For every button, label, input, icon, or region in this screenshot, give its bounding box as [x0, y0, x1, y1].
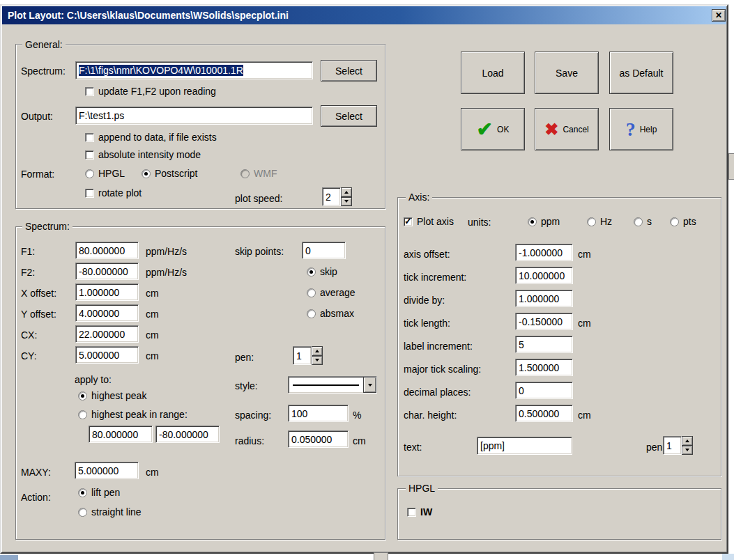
load-button[interactable]: Load — [461, 52, 525, 94]
format-wmf-radio: WMF — [240, 168, 277, 179]
close-button[interactable]: ✕ — [712, 9, 726, 22]
rotate-plot-checkbox[interactable]: rotate plot — [85, 187, 142, 199]
axis-offset-unit: cm — [578, 249, 591, 260]
spacing-input[interactable] — [288, 405, 349, 422]
dropdown-arrow-button[interactable] — [363, 377, 376, 393]
highest-peak-radio[interactable]: highest peak — [78, 390, 146, 401]
f2-input[interactable] — [75, 263, 139, 280]
axis-pen-input[interactable] — [663, 436, 682, 455]
skip-radio[interactable]: skip — [307, 266, 337, 277]
tick-length-input[interactable] — [515, 313, 573, 330]
plot-speed-input[interactable] — [322, 187, 341, 206]
average-radio[interactable]: average — [307, 287, 355, 298]
decimal-places-input[interactable] — [515, 382, 573, 399]
line-style-preview — [293, 384, 359, 386]
units-label: units: — [468, 217, 491, 228]
radio-icon — [142, 169, 151, 178]
update-f1f2-checkbox[interactable]: update F1,F2 upon reading — [85, 86, 216, 97]
output-label: Output: — [21, 111, 53, 122]
help-button-label: Help — [640, 125, 657, 134]
spin-up-button[interactable] — [682, 436, 693, 446]
range-from-input[interactable] — [89, 426, 153, 443]
f1-label: F1: — [21, 246, 35, 257]
y-offset-label: Y offset: — [21, 309, 56, 320]
help-button[interactable]: ? Help — [609, 108, 673, 150]
action-label: Action: — [21, 492, 51, 503]
radio-icon — [307, 288, 316, 297]
f2-label: F2: — [21, 267, 35, 278]
spin-up-button[interactable] — [341, 187, 352, 197]
line-style-dropdown[interactable] — [288, 376, 377, 394]
iw-checkbox[interactable]: IW — [407, 506, 432, 518]
lift-pen-radio[interactable]: lift pen — [78, 487, 120, 498]
f1-unit: ppm/Hz/s — [146, 246, 187, 257]
char-height-unit: cm — [578, 410, 591, 421]
radio-icon — [85, 169, 94, 178]
axis-text-input[interactable] — [477, 437, 572, 455]
radio-icon — [78, 391, 87, 400]
skip-points-input[interactable] — [302, 242, 346, 259]
axis-offset-input[interactable] — [515, 244, 573, 261]
plot-axis-checkbox[interactable]: Plot axis — [404, 216, 454, 227]
spacing-unit: % — [353, 410, 361, 421]
units-s-radio[interactable]: s — [634, 216, 652, 227]
ok-button[interactable]: ✔ OK — [461, 108, 525, 150]
tick-length-label: tick length: — [404, 318, 450, 329]
select-output-button[interactable]: Select — [321, 105, 377, 127]
absmax-radio[interactable]: absmax — [307, 308, 354, 319]
select-spectrum-button[interactable]: Select — [321, 60, 377, 81]
append-checkbox[interactable]: append to data, if file exists — [85, 132, 217, 143]
radio-label: WMF — [254, 168, 277, 179]
axis-text-label: text: — [404, 442, 422, 453]
cancel-button-label: Cancel — [563, 125, 588, 134]
cancel-button[interactable]: ✖ Cancel — [535, 108, 599, 150]
major-tick-scaling-input[interactable] — [515, 359, 573, 376]
straight-line-radio[interactable]: straight line — [78, 506, 142, 518]
range-to-input[interactable] — [155, 426, 220, 443]
highest-peak-range-radio[interactable]: highest peak in range: — [78, 409, 188, 420]
maxy-input[interactable] — [75, 462, 139, 479]
output-path-input[interactable] — [75, 107, 313, 125]
tick-increment-input[interactable] — [515, 267, 573, 284]
spin-down-button[interactable] — [682, 446, 693, 456]
tick-length-unit: cm — [578, 318, 591, 329]
plot-speed-spinner[interactable] — [322, 187, 352, 206]
spectrum-path-input[interactable]: F:\1\figs\nmr\KOVOPO4W\010001.1R — [75, 61, 313, 79]
decimal-places-label: decimal places: — [404, 387, 471, 398]
spin-up-button[interactable] — [312, 346, 323, 356]
checkbox-label: update F1,F2 upon reading — [98, 86, 216, 97]
cy-input[interactable] — [75, 346, 139, 364]
pen-spinner[interactable] — [293, 346, 323, 365]
spin-down-button[interactable] — [341, 197, 352, 207]
format-postscript-radio[interactable]: Postscript — [142, 168, 197, 179]
as-default-button[interactable]: as Default — [609, 52, 673, 94]
general-group-legend: General: — [22, 39, 66, 50]
axis-offset-label: axis offset: — [404, 249, 450, 260]
axis-pen-spinner[interactable] — [663, 436, 693, 455]
char-height-input[interactable] — [515, 405, 573, 422]
format-hpgl-radio[interactable]: HPGL — [85, 168, 125, 179]
spin-down-button[interactable] — [312, 356, 323, 366]
label-increment-input[interactable] — [515, 336, 573, 353]
f1-input[interactable] — [75, 242, 139, 259]
pen-input[interactable] — [293, 346, 312, 365]
units-ppm-radio[interactable]: ppm — [528, 216, 560, 227]
radio-icon — [78, 488, 87, 497]
maxy-unit: cm — [146, 467, 159, 478]
x-offset-input[interactable] — [75, 283, 139, 301]
radius-unit: cm — [353, 435, 366, 446]
divide-by-input[interactable] — [515, 290, 573, 307]
save-button[interactable]: Save — [535, 52, 599, 94]
cy-unit: cm — [146, 350, 159, 361]
units-hz-radio[interactable]: Hz — [587, 216, 612, 227]
units-pts-radio[interactable]: pts — [670, 216, 696, 227]
cx-input[interactable] — [75, 325, 139, 343]
radio-label: s — [647, 216, 652, 227]
y-offset-input[interactable] — [75, 304, 139, 322]
radio-label: ppm — [541, 216, 560, 227]
radius-input[interactable] — [288, 430, 349, 448]
x-icon: ✖ — [544, 121, 558, 138]
label-increment-label: label increment: — [404, 341, 473, 352]
style-label: style: — [235, 380, 258, 391]
absolute-intensity-checkbox[interactable]: absolute intensity mode — [85, 149, 201, 160]
